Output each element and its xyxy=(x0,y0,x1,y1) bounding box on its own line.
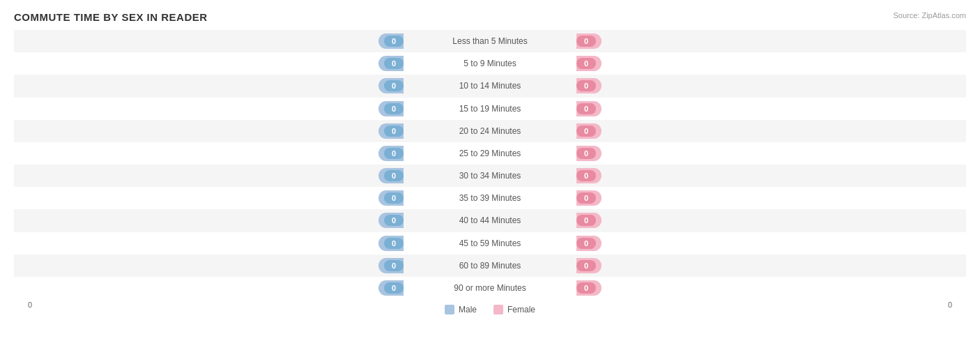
left-section: 0 xyxy=(14,209,406,232)
female-value-badge: 0 xyxy=(576,58,596,69)
bar-male: 0 xyxy=(378,280,404,296)
right-section: 0 xyxy=(574,255,966,277)
bar-row: 0 5 to 9 Minutes 0 xyxy=(14,52,966,75)
left-section: 0 xyxy=(14,277,406,299)
legend-male: Male xyxy=(445,305,477,314)
male-value-badge: 0 xyxy=(384,148,404,159)
left-section: 0 xyxy=(14,120,406,142)
row-label: 25 to 29 Minutes xyxy=(406,149,574,158)
row-label: 60 to 89 Minutes xyxy=(406,261,574,271)
male-value-badge: 0 xyxy=(384,36,404,47)
right-section: 0 xyxy=(574,209,966,232)
row-label: 35 to 39 Minutes xyxy=(406,193,574,203)
right-section: 0 xyxy=(574,120,966,142)
female-value-badge: 0 xyxy=(576,148,596,159)
female-value-badge: 0 xyxy=(576,238,596,249)
bar-female: 0 xyxy=(576,146,602,161)
bar-female: 0 xyxy=(576,236,602,251)
axis-labels-row: 0 Male Female 0 xyxy=(14,301,966,314)
left-section: 0 xyxy=(14,98,406,120)
left-section: 0 xyxy=(14,232,406,255)
male-value-badge: 0 xyxy=(384,126,404,137)
bar-female: 0 xyxy=(576,33,602,49)
bar-female: 0 xyxy=(576,56,602,71)
row-label: 15 to 19 Minutes xyxy=(406,104,574,114)
bar-row: 0 15 to 19 Minutes 0 xyxy=(14,98,966,120)
left-section: 0 xyxy=(14,142,406,165)
bar-male: 0 xyxy=(378,78,404,93)
left-section: 0 xyxy=(14,75,406,97)
legend-female: Female xyxy=(493,305,535,314)
bar-row: 0 45 to 59 Minutes 0 xyxy=(14,232,966,255)
male-value-badge: 0 xyxy=(384,170,404,181)
right-section: 0 xyxy=(574,232,966,255)
bar-row: 0 60 to 89 Minutes 0 xyxy=(14,255,966,277)
right-section: 0 xyxy=(574,52,966,75)
left-section: 0 xyxy=(14,255,406,277)
row-label: 90 or more Minutes xyxy=(406,283,574,293)
male-value-badge: 0 xyxy=(384,238,404,249)
legend: Male Female xyxy=(445,305,535,314)
bar-row: 0 25 to 29 Minutes 0 xyxy=(14,142,966,165)
row-label: 5 to 9 Minutes xyxy=(406,59,574,68)
chart-container: COMMUTE TIME BY SEX IN READER Source: Zi… xyxy=(0,0,980,364)
male-value-badge: 0 xyxy=(384,260,404,271)
bar-male: 0 xyxy=(378,213,404,228)
bar-row: 0 30 to 34 Minutes 0 xyxy=(14,165,966,187)
male-value-badge: 0 xyxy=(384,192,404,204)
bar-female: 0 xyxy=(576,213,602,228)
female-value-badge: 0 xyxy=(576,80,596,91)
female-value-badge: 0 xyxy=(576,282,596,294)
bar-female: 0 xyxy=(576,258,602,273)
female-value-badge: 0 xyxy=(576,126,596,137)
bar-row: 0 90 or more Minutes 0 xyxy=(14,277,966,299)
chart-area: 0 Less than 5 Minutes 0 0 5 to 9 Minutes… xyxy=(14,30,966,327)
legend-female-label: Female xyxy=(507,305,535,314)
bar-male: 0 xyxy=(378,236,404,251)
row-label: 10 to 14 Minutes xyxy=(406,81,574,91)
bar-female: 0 xyxy=(576,78,602,93)
row-label: Less than 5 Minutes xyxy=(406,36,574,46)
male-value-badge: 0 xyxy=(384,282,404,294)
rows-container: 0 Less than 5 Minutes 0 0 5 to 9 Minutes… xyxy=(14,30,966,299)
legend-male-box xyxy=(445,305,454,314)
bar-row: 0 10 to 14 Minutes 0 xyxy=(14,75,966,97)
right-section: 0 xyxy=(574,165,966,187)
chart-title: COMMUTE TIME BY SEX IN READER xyxy=(14,11,966,23)
female-value-badge: 0 xyxy=(576,103,596,114)
right-section: 0 xyxy=(574,277,966,299)
bar-male: 0 xyxy=(378,168,404,183)
source-text: Source: ZipAtlas.com xyxy=(893,11,966,20)
bar-male: 0 xyxy=(378,123,404,139)
male-value-badge: 0 xyxy=(384,215,404,226)
left-section: 0 xyxy=(14,52,406,75)
axis-left-label: 0 xyxy=(28,301,32,314)
right-section: 0 xyxy=(574,30,966,52)
bar-female: 0 xyxy=(576,168,602,183)
bar-row: 0 20 to 24 Minutes 0 xyxy=(14,120,966,142)
female-value-badge: 0 xyxy=(576,215,596,226)
legend-female-box xyxy=(493,305,503,314)
bar-male: 0 xyxy=(378,33,404,49)
bar-female: 0 xyxy=(576,123,602,139)
bar-male: 0 xyxy=(378,56,404,71)
female-value-badge: 0 xyxy=(576,36,596,47)
row-label: 30 to 34 Minutes xyxy=(406,171,574,181)
axis-right-label: 0 xyxy=(948,301,952,314)
bar-female: 0 xyxy=(576,101,602,116)
male-value-badge: 0 xyxy=(384,80,404,91)
bar-row: 0 35 to 39 Minutes 0 xyxy=(14,187,966,209)
row-label: 20 to 24 Minutes xyxy=(406,126,574,136)
bar-female: 0 xyxy=(576,190,602,206)
bar-male: 0 xyxy=(378,258,404,273)
male-value-badge: 0 xyxy=(384,58,404,69)
bar-male: 0 xyxy=(378,101,404,116)
left-section: 0 xyxy=(14,187,406,209)
right-section: 0 xyxy=(574,187,966,209)
bar-row: 0 40 to 44 Minutes 0 xyxy=(14,209,966,232)
legend-male-label: Male xyxy=(459,305,477,314)
bar-female: 0 xyxy=(576,280,602,296)
bar-male: 0 xyxy=(378,190,404,206)
row-label: 40 to 44 Minutes xyxy=(406,215,574,225)
right-section: 0 xyxy=(574,142,966,165)
